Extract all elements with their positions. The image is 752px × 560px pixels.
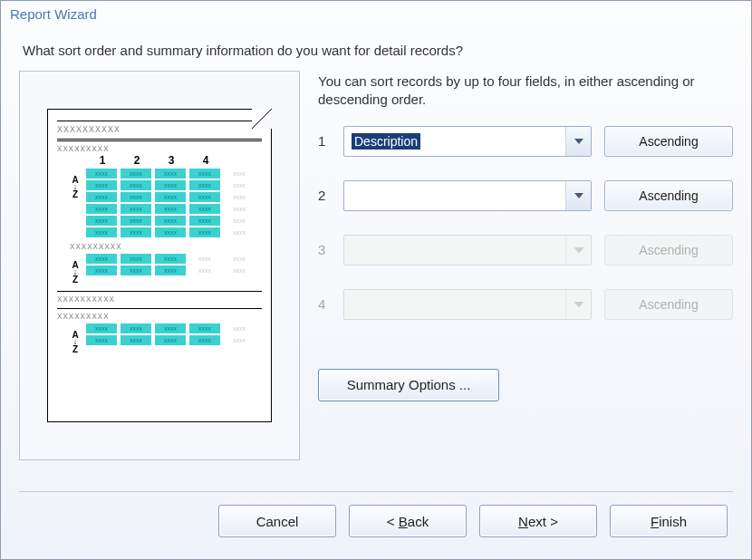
button-label: Summary Options ...	[347, 377, 471, 392]
chevron-down-icon[interactable]	[565, 127, 591, 156]
az-sort-icon: A↓Z	[70, 176, 81, 198]
sort-order-button-1[interactable]: Ascending	[604, 126, 733, 157]
col-header: 3	[157, 154, 186, 167]
sort-order-button-4: Ascending	[604, 289, 733, 320]
col-header: 1	[88, 154, 117, 167]
sort-row-1: 1 Description Ascending	[318, 126, 733, 157]
col-header: 2	[122, 154, 151, 167]
sort-row-2: 2 Ascending	[318, 180, 733, 211]
button-label: < Back	[387, 514, 429, 529]
sort-field-combo-1[interactable]: Description	[343, 126, 592, 157]
sort-order-button-3: Ascending	[604, 235, 733, 266]
button-label: Cancel	[256, 514, 299, 529]
sort-options-panel: You can sort records by up to four field…	[318, 71, 733, 484]
preview-page: XXXXXXXXXX XXXXXXXXX 1 2 3 4 A↓Z xxxxxxx…	[47, 109, 272, 422]
cancel-button[interactable]: Cancel	[218, 505, 336, 537]
finish-button[interactable]: Finish	[610, 505, 728, 537]
row-index: 3	[318, 242, 331, 257]
row-index: 2	[318, 188, 331, 203]
back-button[interactable]: < Back	[349, 505, 467, 537]
footer-separator	[19, 491, 733, 492]
chevron-down-icon[interactable]	[565, 181, 591, 210]
instruction-text: You can sort records by up to four field…	[318, 72, 733, 110]
sort-row-4: 4 Ascending	[318, 289, 733, 320]
preview-panel: XXXXXXXXXX XXXXXXXXX 1 2 3 4 A↓Z xxxxxxx…	[19, 71, 300, 460]
sort-field-combo-4	[343, 289, 592, 320]
content-area: What sort order and summary information …	[1, 28, 751, 559]
wizard-footer: Cancel < Back Next > Finish	[19, 505, 733, 550]
combo-value: Description	[352, 133, 420, 150]
next-button[interactable]: Next >	[479, 505, 597, 537]
button-label: Finish	[651, 514, 687, 529]
row-index: 1	[318, 133, 331, 149]
row-index: 4	[318, 296, 331, 312]
sort-order-button-2[interactable]: Ascending	[604, 180, 733, 211]
body-row: XXXXXXXXXX XXXXXXXXX 1 2 3 4 A↓Z xxxxxxx…	[19, 71, 733, 484]
sort-field-combo-2[interactable]	[343, 180, 592, 211]
window-title: Report Wizard	[1, 1, 751, 28]
chevron-down-icon	[565, 290, 591, 319]
sort-row-3: 3 Ascending	[318, 235, 733, 266]
az-sort-icon: A↓Z	[70, 261, 81, 284]
report-wizard-dialog: Report Wizard What sort order and summar…	[0, 0, 752, 560]
summary-options-button[interactable]: Summary Options ...	[318, 369, 499, 401]
chevron-down-icon	[565, 236, 591, 265]
az-sort-icon: A↓Z	[70, 331, 81, 353]
wizard-question: What sort order and summary information …	[19, 37, 733, 71]
sort-field-combo-3	[343, 235, 592, 266]
button-label: Next >	[518, 514, 558, 529]
col-header: 4	[191, 154, 220, 167]
